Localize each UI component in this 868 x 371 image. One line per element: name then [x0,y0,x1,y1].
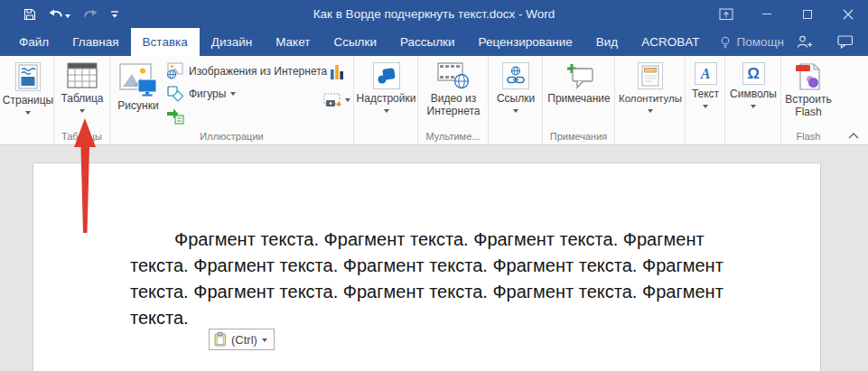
text-dropdown-arrow [703,105,708,108]
tab-layout[interactable]: Макет [264,28,322,56]
clipboard-icon [214,332,227,347]
text-icon: A [701,66,711,82]
text-button-label: Текст [692,88,719,101]
group-label-comments: Примечания [543,131,614,142]
tab-file[interactable]: Файл [7,28,61,56]
online-video-label-line2: Интернета [427,106,481,118]
table-button[interactable]: Таблица [58,56,107,113]
tab-design[interactable]: Дизайн [200,28,264,56]
links-icon [505,65,527,87]
sign-in-share-icon[interactable] [797,35,814,49]
addins-button-label: Надстройки [357,93,416,106]
addins-icon [377,67,397,85]
annotation-arrow [72,116,98,235]
online-video-button[interactable]: Видео из Интернета [422,56,485,117]
paste-options-button[interactable]: (Ctrl) [209,329,275,350]
pages-button-label: Страницы [3,95,53,107]
group-media: Видео из Интернета Мультиме... [418,56,489,144]
minimize-button[interactable] [746,0,787,28]
header-footer-button[interactable]: Колонтитулы [618,56,683,113]
tab-review[interactable]: Рецензирование [467,28,584,56]
paragraph-line: Фрагмент текста. Фрагмент текста. Фрагме… [130,227,723,253]
pages-icon [18,64,38,89]
group-illustrations: Рисунки Изображения из Интернета [110,56,354,144]
links-dropdown-arrow [513,109,518,113]
collapse-ribbon-icon[interactable] [848,133,859,139]
tab-home[interactable]: Главная [61,28,130,56]
online-pictures-icon [166,62,184,79]
pages-button[interactable]: Страницы [5,56,51,115]
shapes-icon [166,85,184,102]
embed-flash-label-line1: Встроить [785,94,831,107]
text-button[interactable]: A Текст [688,56,723,108]
header-footer-icon [641,65,659,87]
embed-flash-icon [794,61,823,90]
links-button-label: Ссылки [497,93,535,106]
maximize-icon [803,10,812,19]
shapes-dropdown-arrow [230,92,236,96]
online-video-icon [437,62,470,89]
tell-me-box[interactable]: Помощн [720,28,784,56]
window-controls [705,0,868,28]
comment-button-label: Примечание [547,93,610,106]
ribbon-tab-bar: Файл Главная Вставка Дизайн Макет Ссылки… [0,28,868,56]
group-addins: Надстройки [354,56,418,144]
tabrow-right-controls [797,28,868,56]
ribbon-display-options-icon [719,8,733,21]
tab-mailings[interactable]: Рассылки [388,28,467,56]
symbols-button[interactable]: Ω Символы [731,56,776,108]
paragraph-line: текста. [130,305,723,331]
comments-panel-icon[interactable] [837,35,854,49]
paragraph-line: текста. Фрагмент текста. Фрагмент текста… [130,253,723,279]
illustrations-right-buttons [323,63,350,107]
minimize-icon [762,14,771,14]
illustrations-small-buttons: Изображения из Интернета Фигуры [166,60,327,127]
pictures-icon [118,62,158,97]
title-bar: Как в Ворде подчеркнуть текст.docx - Wor… [0,0,868,28]
table-dropdown-arrow[interactable] [79,109,85,113]
screenshot-icon [323,93,342,107]
paste-options-label: (Ctrl) [231,333,257,347]
addins-button[interactable]: Надстройки [357,56,415,113]
paragraph: Фрагмент текста. Фрагмент текста. Фрагме… [130,227,723,331]
smartart-icon [166,107,184,125]
ribbon-display-options-button[interactable] [705,0,746,28]
group-symbols: Ω Символы [725,56,781,144]
comment-button[interactable]: Примечание [546,56,611,106]
links-button[interactable]: Ссылки [492,56,539,113]
tab-insert[interactable]: Вставка [131,28,200,56]
group-links: Ссылки [489,56,543,144]
paragraph-line: текста. Фрагмент текста. Фрагмент текста… [130,279,723,305]
symbols-dropdown-arrow [751,105,756,108]
online-pictures-button[interactable]: Изображения из Интернета [166,60,327,82]
tab-references[interactable]: Ссылки [322,28,388,56]
screenshot-dropdown-arrow [345,98,350,102]
tab-view[interactable]: Вид [584,28,630,56]
document-area: Фрагмент текста. Фрагмент текста. Фрагме… [0,146,868,371]
document-page[interactable]: Фрагмент текста. Фрагмент текста. Фрагме… [33,162,821,371]
paste-options-dropdown-arrow [262,339,267,342]
ribbon: Страницы Таблица Таблицы [0,56,868,145]
table-button-label: Таблица [61,93,103,106]
chart-icon[interactable] [330,63,344,80]
table-icon [67,62,98,89]
embed-flash-button[interactable]: Встроить Flash [783,56,834,118]
lightbulb-icon [720,36,731,49]
header-footer-dropdown-arrow [648,109,653,113]
close-button[interactable] [827,0,868,28]
group-flash: Встроить Flash Flash [781,56,835,144]
pages-dropdown-arrow [25,111,31,115]
online-pictures-label: Изображения из Интернета [189,65,327,78]
tab-acrobat[interactable]: ACROBAT [630,28,711,56]
group-label-flash: Flash [781,131,835,142]
pictures-button[interactable]: Рисунки [112,56,164,113]
smartart-button[interactable] [166,105,327,127]
comment-icon [564,62,594,89]
group-pages: Страницы [2,56,54,144]
word-window: Как в Ворде подчеркнуть текст.docx - Wor… [0,0,868,371]
symbols-icon: Ω [747,65,760,83]
shapes-button[interactable]: Фигуры [166,82,327,105]
maximize-button[interactable] [787,0,827,28]
group-label-media: Мультиме... [418,131,488,142]
screenshot-button[interactable] [323,93,350,107]
